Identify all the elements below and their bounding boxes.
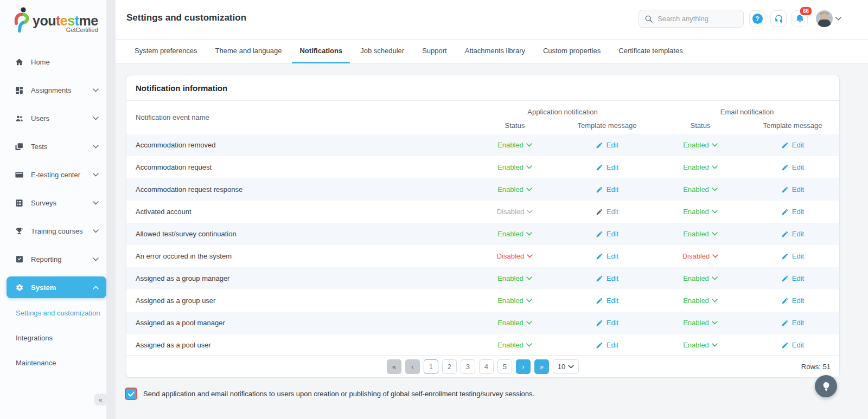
notifications-button[interactable]: 66 — [792, 10, 808, 27]
hints-fab-button[interactable] — [815, 375, 837, 397]
template-edit-button[interactable]: Edit — [596, 208, 618, 216]
status-dropdown[interactable]: Enabled — [497, 185, 532, 194]
sidebar-item-tests[interactable]: Tests — [0, 132, 106, 160]
tests-icon — [15, 142, 24, 151]
last-page-button[interactable]: » — [534, 359, 549, 374]
template-edit-button[interactable]: Edit — [596, 185, 618, 194]
prev-page-button[interactable]: ‹ — [405, 359, 420, 374]
status-dropdown[interactable]: Enabled — [683, 319, 718, 327]
status-dropdown[interactable]: Enabled — [497, 341, 532, 349]
tab-notifications[interactable]: Notifications — [292, 40, 350, 63]
tab-certificate-templates[interactable]: Certificate templates — [611, 40, 691, 63]
template-edit-button[interactable]: Edit — [781, 252, 804, 260]
status-dropdown[interactable]: Enabled — [497, 296, 532, 305]
lightbulb-icon — [821, 381, 832, 392]
template-edit-button[interactable]: Edit — [596, 230, 618, 238]
tab-job-scheduler[interactable]: Job scheduler — [353, 40, 412, 63]
column-group-application: Application notification — [470, 101, 655, 117]
pagination: «‹12345›»10 — [387, 359, 579, 374]
app-logo[interactable]: youtestme GetCertified — [0, 0, 106, 43]
status-dropdown[interactable]: Enabled — [683, 208, 718, 216]
template-edit-button[interactable]: Edit — [781, 208, 804, 216]
help-button[interactable]: ? — [749, 10, 765, 27]
send-notifications-checkbox[interactable] — [126, 389, 136, 399]
avatar[interactable] — [816, 10, 833, 27]
event-name-cell: Assigned as a group manager — [126, 267, 470, 289]
status-dropdown[interactable]: Enabled — [497, 319, 532, 327]
tab-attachments-library[interactable]: Attachments library — [457, 40, 533, 63]
status-dropdown[interactable]: Enabled — [683, 141, 718, 149]
sidebar-item-surveys[interactable]: Surveys — [0, 189, 106, 217]
template-edit-button[interactable]: Edit — [596, 296, 618, 305]
page-button-5[interactable]: 5 — [497, 359, 512, 374]
user-menu[interactable] — [816, 10, 841, 27]
pencil-icon — [596, 341, 603, 349]
status-dropdown[interactable]: Enabled — [497, 163, 532, 171]
search-input[interactable] — [658, 15, 733, 23]
status-dropdown[interactable]: Enabled — [497, 274, 532, 282]
etesting-icon — [15, 170, 24, 179]
page-size-select[interactable]: 10 — [553, 359, 579, 374]
chevron-down-icon — [712, 299, 718, 302]
status-dropdown[interactable]: Enabled — [497, 141, 532, 149]
template-edit-button[interactable]: Edit — [781, 341, 804, 349]
tab-system-preferences[interactable]: System preferences — [127, 40, 205, 63]
template-edit-button[interactable]: Edit — [596, 163, 618, 171]
template-edit-button[interactable]: Edit — [596, 141, 618, 149]
tab-custom-properties[interactable]: Custom properties — [535, 40, 608, 63]
sidebar-subitem-maintenance[interactable]: Maintenance — [0, 350, 106, 375]
sidebar-item-system[interactable]: System — [7, 276, 106, 298]
template-edit-button[interactable]: Edit — [781, 230, 804, 238]
sidebar-subitem-settings-and-customization[interactable]: Settings and customization — [0, 300, 106, 325]
first-page-button[interactable]: « — [387, 359, 401, 374]
page-button-1[interactable]: 1 — [424, 359, 438, 374]
sidebar-item-e-testing-center[interactable]: E-testing center — [0, 160, 106, 189]
status-label: Enabled — [683, 274, 709, 282]
column-header-app-template: Template message — [559, 117, 655, 134]
table-header: Notification event name Application noti… — [126, 101, 839, 134]
template-edit-button[interactable]: Edit — [781, 141, 804, 149]
sidebar-item-home[interactable]: Home — [0, 48, 106, 76]
sidebar-subitem-integrations[interactable]: Integrations — [0, 325, 106, 350]
status-dropdown[interactable]: Enabled — [683, 296, 718, 305]
sidebar-item-reporting[interactable]: Reporting — [0, 245, 106, 273]
template-edit-button[interactable]: Edit — [781, 163, 804, 171]
page-button-3[interactable]: 3 — [461, 359, 475, 374]
search-box[interactable] — [639, 10, 744, 28]
template-edit-button[interactable]: Edit — [596, 341, 618, 349]
template-edit-button[interactable]: Edit — [781, 185, 804, 194]
sidebar-item-users[interactable]: Users — [0, 104, 106, 132]
page-button-4[interactable]: 4 — [479, 359, 494, 374]
status-dropdown[interactable]: Disabled — [497, 208, 533, 216]
template-edit-button[interactable]: Edit — [596, 274, 618, 282]
tab-support[interactable]: Support — [414, 40, 455, 63]
edit-label: Edit — [607, 319, 618, 327]
template-edit-button[interactable]: Edit — [781, 296, 804, 305]
sidebar-collapse-button[interactable]: « — [94, 394, 106, 405]
event-name-cell: An error occured in the system — [126, 245, 470, 267]
next-page-button[interactable]: › — [516, 359, 531, 374]
status-dropdown[interactable]: Enabled — [683, 185, 718, 194]
tab-theme-and-language[interactable]: Theme and language — [208, 40, 290, 63]
status-dropdown[interactable]: Disabled — [682, 252, 719, 260]
page-button-2[interactable]: 2 — [442, 359, 457, 374]
status-dropdown[interactable]: Enabled — [683, 341, 718, 349]
table-row: Assigned as a pool managerEnabledEditEna… — [126, 312, 839, 334]
support-button[interactable] — [770, 10, 787, 27]
status-dropdown[interactable]: Enabled — [683, 163, 718, 171]
template-edit-button[interactable]: Edit — [596, 319, 618, 327]
template-edit-button[interactable]: Edit — [781, 274, 804, 282]
status-label: Enabled — [683, 208, 709, 216]
template-edit-button[interactable]: Edit — [781, 319, 804, 327]
status-dropdown[interactable]: Enabled — [497, 230, 532, 238]
status-dropdown[interactable]: Enabled — [683, 274, 718, 282]
sidebar-item-assignments[interactable]: Assignments — [0, 76, 106, 104]
status-dropdown[interactable]: Enabled — [683, 230, 718, 238]
sidebar-nav: HomeAssignmentsUsersTestsE-testing cente… — [0, 48, 106, 375]
template-edit-button[interactable]: Edit — [596, 252, 618, 260]
edit-label: Edit — [607, 252, 618, 260]
sidebar-item-label: Home — [31, 58, 99, 66]
status-dropdown[interactable]: Disabled — [497, 252, 533, 260]
chevron-down-icon[interactable] — [835, 17, 841, 21]
sidebar-item-training-courses[interactable]: Training courses — [0, 217, 106, 245]
